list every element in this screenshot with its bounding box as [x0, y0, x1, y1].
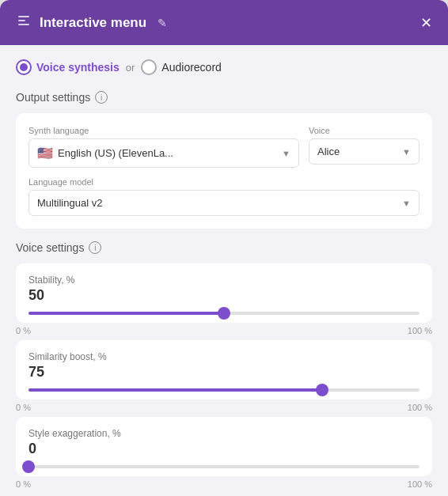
voice-settings-info-icon[interactable]: i [89, 241, 101, 254]
similarity-max: 100 % [408, 403, 432, 412]
header-left: Interactive menu ✎ [16, 13, 167, 32]
stability-block: Stability, % 50 [16, 263, 432, 323]
modal-body: Voice synthesis or Audiorecord Output se… [0, 45, 448, 496]
similarity-min: 0 % [16, 403, 31, 412]
language-model-select[interactable]: Multilingual v2 ▼ [28, 190, 420, 216]
language-model-chevron: ▼ [402, 199, 411, 208]
synth-language-inner: 🇺🇸 English (US) (ElevenLa... [37, 146, 277, 161]
synth-language-select[interactable]: 🇺🇸 English (US) (ElevenLa... ▼ [28, 138, 299, 168]
output-settings-box: Synth language 🇺🇸 English (US) (ElevenLa… [16, 113, 432, 229]
style-value: 0 [28, 441, 420, 457]
output-settings-title: Output settings [16, 91, 90, 104]
voice-settings-heading: Voice settings i [16, 241, 432, 254]
radio-circle-audio [141, 59, 157, 75]
stability-min: 0 % [16, 326, 31, 335]
radio-voice-synthesis[interactable]: Voice synthesis [16, 59, 120, 75]
edit-icon[interactable]: ✎ [158, 17, 167, 29]
output-settings-info-icon[interactable]: i [95, 91, 108, 104]
radio-tabs: Voice synthesis or Audiorecord [16, 59, 432, 75]
stability-fill [28, 312, 224, 315]
radio-circle-voice [16, 59, 32, 75]
voice-label: Voice [309, 126, 420, 135]
voice-synthesis-label: Voice synthesis [36, 61, 120, 74]
voice-settings-section: Voice settings i Stability, % 50 0 % 100… [16, 241, 432, 496]
language-model-value: Multilingual v2 [37, 197, 102, 209]
select-row-top: Synth language 🇺🇸 English (US) (ElevenLa… [28, 126, 420, 168]
radio-audiorecord[interactable]: Audiorecord [141, 59, 222, 75]
synth-language-chevron: ▼ [282, 149, 290, 158]
similarity-range: 0 % 100 % [16, 403, 432, 412]
voice-inner: Alice [317, 146, 397, 157]
language-model-label: Language model [28, 177, 420, 187]
stability-track[interactable] [28, 312, 420, 315]
synth-language-value: English (US) (ElevenLa... [58, 147, 173, 159]
similarity-track[interactable] [28, 388, 420, 392]
voice-value: Alice [317, 146, 340, 157]
stability-max: 100 % [408, 326, 432, 335]
settings-icon [16, 13, 32, 32]
voice-select[interactable]: Alice ▼ [309, 138, 420, 165]
close-button[interactable]: ✕ [420, 16, 432, 30]
similarity-block: Similarity boost, % 75 [16, 340, 432, 399]
style-track[interactable] [28, 465, 420, 468]
stability-label: Stability, % [28, 275, 420, 286]
stability-thumb[interactable] [218, 307, 230, 320]
or-text: or [126, 62, 135, 74]
stability-value: 50 [28, 287, 420, 304]
modal-header: Interactive menu ✎ ✕ [0, 0, 448, 45]
style-range: 0 % 100 % [16, 479, 432, 489]
modal-title: Interactive menu [40, 15, 146, 31]
synth-language-label: Synth language [28, 126, 299, 135]
voice-group: Voice Alice ▼ [309, 126, 420, 168]
similarity-fill [28, 388, 322, 392]
style-label: Style exaggeration, % [28, 428, 420, 439]
style-thumb[interactable] [22, 460, 35, 473]
style-max: 100 % [408, 479, 432, 489]
language-model-inner: Multilingual v2 [37, 197, 397, 209]
synth-language-group: Synth language 🇺🇸 English (US) (ElevenLa… [28, 126, 299, 168]
audiorecord-label: Audiorecord [161, 61, 222, 74]
output-settings-heading: Output settings i [16, 91, 432, 104]
style-block: Style exaggeration, % 0 [16, 417, 432, 476]
style-min: 0 % [16, 479, 31, 489]
similarity-thumb[interactable] [316, 384, 328, 396]
similarity-label: Similarity boost, % [28, 351, 420, 362]
stability-range: 0 % 100 % [16, 326, 432, 335]
language-model-group: Language model Multilingual v2 ▼ [28, 177, 420, 216]
voice-settings-title: Voice settings [16, 241, 84, 254]
similarity-value: 75 [28, 364, 420, 381]
modal-container: Interactive menu ✎ ✕ Voice synthesis or … [0, 0, 448, 496]
flag-icon: 🇺🇸 [37, 146, 53, 161]
voice-chevron: ▼ [402, 147, 411, 157]
